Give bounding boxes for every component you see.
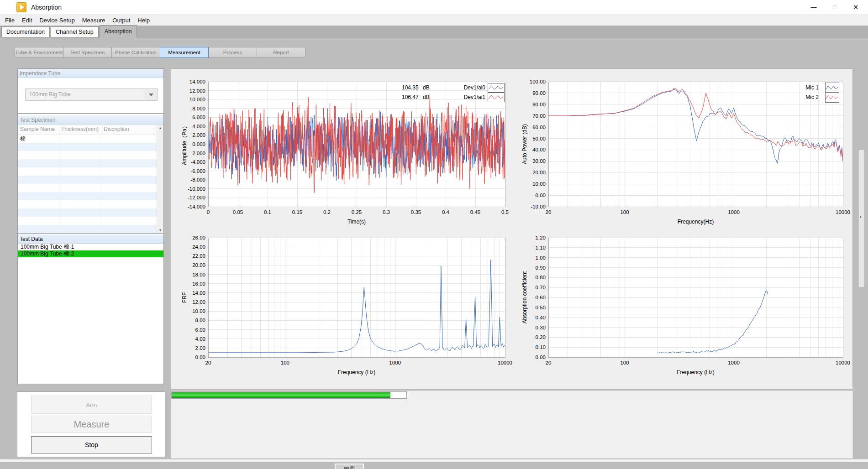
ytick-label: 0.000 <box>192 141 205 147</box>
menu-item-help[interactable]: Help <box>134 15 153 26</box>
specimen-row[interactable] <box>18 176 157 184</box>
ytick-label: 0.10 <box>536 344 546 350</box>
legend-name: Mic 1 <box>805 84 819 91</box>
subtab-measurement[interactable]: Measurement <box>160 47 209 58</box>
ytick-label: 1.20 <box>536 235 546 240</box>
ytick-label: 22.00 <box>192 253 205 259</box>
specimen-row[interactable] <box>18 200 157 208</box>
side-expander[interactable]: ‹ <box>858 150 864 287</box>
tab-absorption[interactable]: Absorption <box>100 25 137 37</box>
xtick-label: 0.5 <box>501 209 509 215</box>
x-axis-label: Frequency (Hz) <box>677 369 715 375</box>
ytick-label: 0.90 <box>536 265 546 271</box>
test-data-item[interactable]: 100mm Big Tube-棉-2 <box>18 250 163 257</box>
xtick-label: 0.4 <box>442 209 450 215</box>
xtick-label: 0.25 <box>352 209 362 215</box>
specimen-row[interactable] <box>18 217 157 225</box>
menu-item-file[interactable]: File <box>1 15 18 26</box>
ytick-label: 40.00 <box>532 147 546 152</box>
specimen-col-sample-name[interactable]: Sample Name <box>20 126 55 132</box>
ytick-label: 30.00 <box>532 158 546 164</box>
scroll-down-icon[interactable]: ▼ <box>157 227 163 233</box>
menu-item-output[interactable]: Output <box>109 15 134 26</box>
test-data-item[interactable]: 100mm Big Tube-棉-1 <box>18 244 163 250</box>
scroll-up-icon[interactable]: ▲ <box>157 125 163 131</box>
ytick-label: 2.000 <box>192 132 205 138</box>
ytick-label: 80.00 <box>532 102 546 107</box>
test-data-title: Test Data <box>20 236 43 242</box>
ytick-label: 50.00 <box>532 136 546 141</box>
measurement-progress-bar <box>171 391 407 399</box>
test-data-header: Test Data <box>18 234 163 244</box>
specimen-table-header: Sample NameThickness(mm)Discription <box>18 125 163 135</box>
subtab-report[interactable]: Report <box>257 47 305 58</box>
control-button-panel: ArmMeasureStop <box>17 391 165 457</box>
xtick-label: 0.45 <box>470 209 480 215</box>
subtab-phase-calibration[interactable]: Phase Calibration <box>111 47 160 58</box>
minimize-button[interactable]: — <box>803 0 824 14</box>
dropdown-arrow-button[interactable] <box>145 89 157 100</box>
ytick-label: -10.00 <box>531 204 546 209</box>
ytick-label: 14.000 <box>189 79 205 84</box>
x-axis-label: Time(s) <box>347 219 366 225</box>
impedance-tube-title: Impendace Tube <box>20 70 60 77</box>
chart-time-waveform: 14.00012.00010.0008.0006.0004.0002.0000.… <box>181 79 509 225</box>
xtick-label: 0.2 <box>323 209 331 215</box>
ytick-label: 0.50 <box>536 305 546 310</box>
menu-item-edit[interactable]: Edit <box>18 15 36 26</box>
subtab-test-specimen[interactable]: Test Specimen <box>63 47 112 58</box>
specimen-row[interactable] <box>18 159 157 167</box>
specimen-row[interactable] <box>18 192 157 200</box>
specimen-col-thickness-mm[interactable]: Thickness(mm) <box>61 126 99 132</box>
specimen-row[interactable] <box>18 225 157 233</box>
ytick-label: 20.00 <box>532 170 546 175</box>
specimen-col-discription[interactable]: Discription <box>104 126 129 132</box>
subtab-tube-environment[interactable]: Tube & Environment <box>15 47 63 58</box>
xtick-label: 10000 <box>498 360 512 365</box>
tab-documentation[interactable]: Documentation <box>1 26 50 37</box>
ytick-label: 2.00 <box>195 345 205 351</box>
specimen-table-rows: 棉 <box>18 135 157 233</box>
specimen-row[interactable] <box>18 143 157 151</box>
subtab-process[interactable]: Process <box>208 47 257 58</box>
xtick-label: 0.1 <box>264 209 271 215</box>
tab-channel-setup[interactable]: Channel Setup <box>51 26 99 37</box>
specimen-row[interactable] <box>18 151 157 159</box>
xtick-label: 0 <box>207 209 210 215</box>
specimen-row[interactable] <box>18 208 157 217</box>
legend-name: Dev1/ai0 <box>464 84 486 91</box>
stop-button[interactable]: Stop <box>31 436 152 453</box>
specimen-row[interactable] <box>18 167 157 176</box>
ytick-label: -10.000 <box>188 186 205 192</box>
xtick-label: 20 <box>546 360 552 365</box>
tube-select-dropdown[interactable]: 100mm Big Tube <box>25 89 158 101</box>
close-button[interactable]: ✕ <box>845 0 866 14</box>
specimen-row[interactable]: 棉 <box>18 135 157 143</box>
ytick-label: 10.00 <box>532 181 546 187</box>
ytick-label: 4.00 <box>195 336 205 342</box>
ytick-label: 10.00 <box>192 308 205 314</box>
ytick-label: 0.00 <box>195 354 205 360</box>
xtick-label: 0.15 <box>292 209 302 215</box>
xtick-label: 20 <box>205 360 211 365</box>
specimen-table-scrollbar[interactable]: ▲ ▼ <box>157 125 163 233</box>
menu-item-device-setup[interactable]: Device Setup <box>36 15 78 26</box>
y-axis-label: Amplitude（Pa） <box>181 123 188 165</box>
x-axis-label: Frequency(Hz) <box>678 219 714 225</box>
ytick-label: 26.00 <box>192 235 205 240</box>
ytick-label: 0.70 <box>536 285 546 290</box>
y-axis-label: FRF <box>181 292 188 302</box>
maximize-button[interactable]: □ <box>824 0 845 14</box>
legend-unit: dB <box>423 84 430 91</box>
specimen-row[interactable] <box>18 184 157 192</box>
xtick-label: 100 <box>620 209 629 215</box>
specimen-row[interactable] <box>18 233 157 234</box>
ytick-label: 90.00 <box>532 90 546 96</box>
menu-item-measure[interactable]: Measure <box>79 15 109 26</box>
ytick-label: -6.000 <box>190 168 205 174</box>
collapse-chevron-icon: ‹ <box>860 214 862 219</box>
charts-panel: 14.00012.00010.0008.0006.0004.0002.0000.… <box>171 68 853 389</box>
tab-bar: DocumentationChannel SetupAbsorption <box>0 26 868 37</box>
xtick-label: 10000 <box>836 209 850 215</box>
bottom-tab-draw[interactable]: 画图 <box>335 464 364 469</box>
